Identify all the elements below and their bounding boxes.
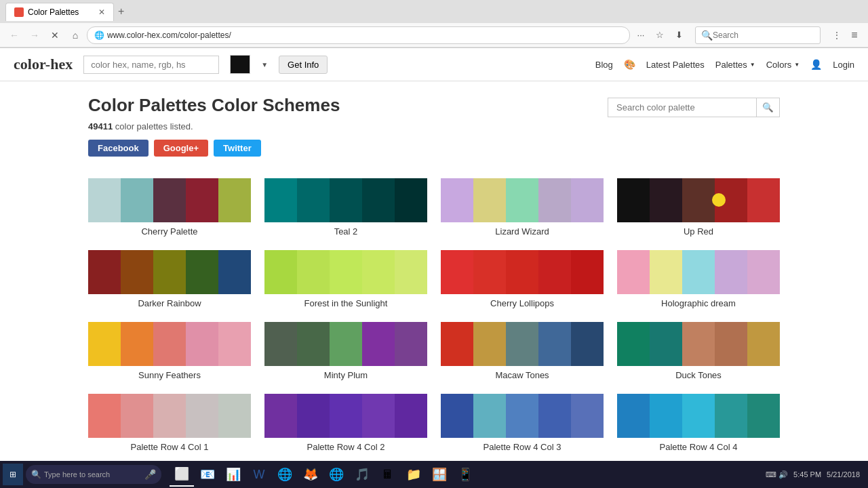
- home-button[interactable]: ⌂: [66, 26, 84, 44]
- page-heading-group: Color Palettes Color Schemes 49411 color…: [88, 95, 608, 170]
- swatch-segment: [441, 394, 473, 438]
- taskbar-view-btn[interactable]: ⬜: [170, 462, 194, 466]
- nav-colors[interactable]: Colors: [766, 60, 800, 70]
- palette-swatch: [441, 250, 604, 294]
- palette-item[interactable]: Minty Plum: [264, 322, 427, 380]
- back-button[interactable]: ←: [5, 26, 23, 44]
- palette-item[interactable]: Palette Row 4 Col 2: [264, 394, 427, 452]
- palette-item[interactable]: Forest in the Sunlight: [264, 250, 427, 308]
- site-search-input[interactable]: [83, 56, 219, 74]
- forward-button[interactable]: →: [26, 26, 43, 44]
- nav-login[interactable]: Login: [833, 60, 854, 70]
- download-btn[interactable]: ⬇: [671, 27, 687, 43]
- palette-swatch: [88, 394, 251, 438]
- palette-item[interactable]: Palette Row 4 Col 3: [441, 394, 604, 452]
- taskbar-phone-btn[interactable]: 📱: [453, 462, 477, 466]
- swatch-segment: [715, 394, 747, 438]
- palette-item[interactable]: Darker Rainbow: [88, 250, 251, 308]
- nav-latest-palettes[interactable]: Latest Palettes: [646, 60, 705, 70]
- taskbar-music-btn[interactable]: 🎵: [350, 462, 374, 466]
- browser-search-bar[interactable]: 🔍: [695, 26, 821, 44]
- taskbar-word-btn[interactable]: W: [247, 462, 271, 466]
- palette-item[interactable]: Cherry Lollipops: [441, 250, 604, 308]
- swatch-segment: [538, 322, 571, 366]
- palette-item[interactable]: Holographic dream: [617, 250, 780, 308]
- palette-name: Forest in the Sunlight: [264, 298, 427, 308]
- swatch-segment: [218, 394, 251, 438]
- swatch-segment: [473, 178, 506, 222]
- palette-name: Palette Row 4 Col 4: [617, 442, 780, 452]
- palette-item[interactable]: Lizard Wizard: [441, 178, 604, 237]
- site-header: color-hex ▼ Get Info Blog 🎨 Latest Palet…: [0, 48, 868, 81]
- palette-item[interactable]: Palette Row 4 Col 1: [88, 394, 251, 452]
- bookmark-btn[interactable]: ☆: [652, 27, 668, 43]
- more-options-btn[interactable]: ···: [633, 27, 649, 43]
- swatch-segment: [747, 394, 780, 438]
- browser-search-input[interactable]: [713, 30, 814, 40]
- swatch-segment: [506, 178, 538, 222]
- get-info-button[interactable]: Get Info: [279, 56, 328, 74]
- swatch-segment: [264, 178, 297, 222]
- swatch-segment: [153, 322, 186, 366]
- tab-close-btn[interactable]: ✕: [98, 7, 105, 17]
- swatch-segment: [186, 250, 218, 294]
- user-icon: 👤: [810, 59, 822, 70]
- swatch-segment: [88, 394, 121, 438]
- taskbar-excel-btn[interactable]: 📊: [221, 462, 245, 466]
- reload-button[interactable]: ✕: [46, 26, 64, 44]
- palette-search-button[interactable]: 🔍: [757, 98, 780, 117]
- menu-btn[interactable]: ≡: [846, 27, 863, 43]
- palette-item[interactable]: Duck Tones: [617, 322, 780, 380]
- nav-blog[interactable]: Blog: [595, 60, 613, 70]
- taskbar-files-btn[interactable]: 📁: [401, 462, 426, 466]
- extensions-btn[interactable]: ⋮: [829, 27, 845, 43]
- swatch-segment: [538, 178, 571, 222]
- palette-swatch: [617, 394, 780, 438]
- address-bar[interactable]: 🌐 www.color-hex.com/color-palettes/: [87, 26, 630, 44]
- swatch-segment: [362, 178, 395, 222]
- palette-swatch: [88, 178, 251, 222]
- search-icon: 🔍: [701, 30, 713, 41]
- swatch-segment: [121, 394, 153, 438]
- facebook-btn[interactable]: Facebook: [88, 140, 149, 157]
- palette-item[interactable]: Up Red: [617, 178, 780, 237]
- palette-swatch: [264, 394, 427, 438]
- nav-colors-label: Colors: [766, 60, 792, 70]
- palette-item[interactable]: Teal 2: [264, 178, 427, 237]
- url-text: www.color-hex.com/color-palettes/: [107, 30, 623, 40]
- palette-name: Lizard Wizard: [441, 226, 604, 237]
- swatch-segment: [297, 322, 330, 366]
- swatch-segment: [330, 250, 362, 294]
- new-tab-button[interactable]: +: [118, 5, 124, 18]
- palette-item[interactable]: Palette Row 4 Col 4: [617, 394, 780, 452]
- palette-item[interactable]: Sunny Feathers: [88, 322, 251, 380]
- swatch-segment: [218, 250, 251, 294]
- twitter-btn[interactable]: Twitter: [214, 140, 261, 157]
- color-swatch-picker[interactable]: [230, 55, 250, 74]
- swatch-segment: [441, 178, 473, 222]
- taskbar-chrome-btn[interactable]: 🌐: [324, 462, 349, 466]
- taskbar-outlook-btn[interactable]: 📧: [195, 462, 220, 466]
- site-logo[interactable]: color-hex: [14, 56, 73, 73]
- google-plus-btn[interactable]: Google+: [154, 140, 208, 157]
- nav-palettes[interactable]: Palettes: [715, 60, 755, 70]
- taskbar-ie-btn[interactable]: 🌐: [273, 462, 297, 466]
- palette-search-input[interactable]: [608, 98, 757, 117]
- palette-swatch: [617, 250, 780, 294]
- swatch-segment: [186, 322, 218, 366]
- latest-palettes-icon: 🎨: [624, 59, 635, 70]
- taskbar-firefox-btn[interactable]: 🦊: [298, 462, 323, 466]
- palette-item[interactable]: Macaw Tones: [441, 322, 604, 380]
- start-button[interactable]: ⊞: [3, 464, 23, 466]
- taskbar-win-btn[interactable]: 🪟: [427, 462, 452, 466]
- main-content: Color Palettes Color Schemes 49411 color…: [75, 81, 793, 466]
- swatch-segment: [297, 178, 330, 222]
- palette-item[interactable]: Cherry Palette: [88, 178, 251, 237]
- swatch-segment: [264, 394, 297, 438]
- page-content: color-hex ▼ Get Info Blog 🎨 Latest Palet…: [0, 48, 868, 466]
- taskbar-search-area[interactable]: 🔍 Type here to search 🎤: [26, 465, 161, 466]
- swatch-segment: [362, 322, 395, 366]
- taskbar-calc-btn[interactable]: 🖩: [376, 462, 400, 466]
- active-tab[interactable]: Color Palettes ✕: [5, 3, 114, 21]
- palette-name: Macaw Tones: [441, 370, 604, 380]
